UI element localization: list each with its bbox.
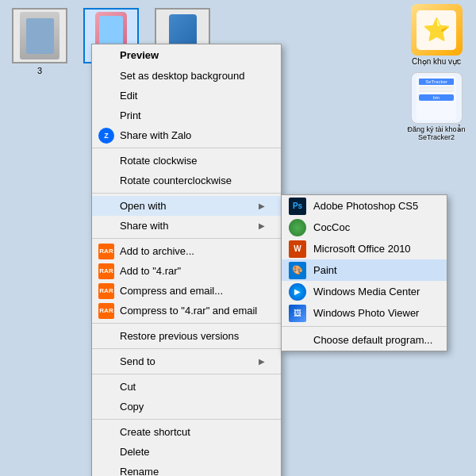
menu-item-cut[interactable]: Cut (92, 377, 281, 397)
menu-item-rename[interactable]: Rename (92, 462, 281, 476)
menu-item-edit[interactable]: Edit (92, 86, 281, 106)
paint-icon: 🎨 (288, 261, 307, 280)
submenu-item-choose-default[interactable]: Choose default program... (282, 329, 447, 351)
menu-item-rotate-ccw[interactable]: Rotate counterclockwise (92, 171, 281, 190)
thumbnail-box (12, 8, 67, 63)
submenu-item-wmc[interactable]: ▶ Windows Media Center (282, 281, 447, 302)
separator (282, 326, 447, 327)
separator (92, 193, 281, 194)
separator (92, 148, 281, 148)
submenu-item-office[interactable]: W Microsoft Office 2010 (282, 238, 447, 259)
menu-item-open-with[interactable]: Open with ▶ Ps Adobe Photoshop CS5 CocCo… (92, 196, 281, 216)
app-icon-box: ⭐ (411, 4, 463, 56)
menu-item-set-desktop[interactable]: Set as desktop background (92, 66, 281, 86)
submenu-arrow-icon: ▶ (259, 221, 265, 230)
menu-item-copy[interactable]: Copy (92, 397, 281, 416)
menu-item-create-shortcut[interactable]: Create shortcut (92, 422, 281, 442)
app-icon-item[interactable]: ⭐ Chọn khu vực (401, 4, 472, 66)
app-icon-item[interactable]: SeTracker btn Đăng ký tài khoản SeTracke… (401, 72, 472, 141)
menu-item-print[interactable]: Print (92, 106, 281, 125)
thumbnail-item[interactable]: 3 (8, 8, 71, 75)
separator (92, 323, 281, 324)
app-icon-label: Đăng ký tài khoản SeTracker2 (401, 125, 472, 141)
context-menu: Preview Set as desktop background Edit P… (91, 44, 282, 476)
rar-icon-3: RAR (98, 283, 114, 299)
separator (92, 238, 281, 239)
menu-item-add-4rar[interactable]: RAR Add to "4.rar" (92, 261, 281, 281)
menu-item-delete[interactable]: Delete (92, 442, 281, 462)
menu-item-restore[interactable]: Restore previous versions (92, 326, 281, 346)
menu-item-share-zalo[interactable]: Z Share with Zalo (92, 125, 281, 145)
menu-item-preview[interactable]: Preview (92, 44, 281, 66)
submenu-item-paint[interactable]: 🎨 Paint (282, 259, 447, 281)
photoshop-icon: Ps (288, 197, 307, 216)
menu-item-compress-email[interactable]: RAR Compress and email... (92, 281, 281, 301)
submenu-item-coccoc[interactable]: CocCoc (282, 217, 447, 238)
app-icon-box: SeTracker btn (411, 72, 463, 124)
app-icons-area: ⭐ Chọn khu vực SeTracker btn Đăng ký tài… (401, 4, 472, 141)
separator (92, 348, 281, 349)
wmc-icon: ▶ (288, 282, 307, 301)
separator (92, 419, 281, 420)
submenu-item-wpv[interactable]: 🖼 Windows Photo Viewer (282, 302, 447, 324)
submenu-open-with: Ps Adobe Photoshop CS5 CocCoc W Microsof… (281, 194, 447, 351)
wpv-icon: 🖼 (288, 304, 307, 323)
desktop: 3 4 ed ⭐ Chọn khu vực (0, 0, 476, 476)
menu-item-send-to[interactable]: Send to ▶ (92, 351, 281, 371)
rar-icon: RAR (98, 244, 114, 259)
submenu-arrow-icon: ▶ (259, 357, 265, 366)
rar-icon-4: RAR (98, 303, 114, 319)
submenu-item-photoshop[interactable]: Ps Adobe Photoshop CS5 (282, 195, 447, 217)
menu-item-rotate-cw[interactable]: Rotate clockwise (92, 151, 281, 171)
coccoc-icon (288, 218, 307, 237)
thumbnail-label: 3 (37, 66, 42, 75)
office-icon: W (288, 240, 307, 259)
menu-item-add-archive[interactable]: RAR Add to archive... (92, 241, 281, 261)
app-icon-label: Chọn khu vực (412, 57, 461, 66)
menu-item-compress-4rar-email[interactable]: RAR Compress to "4.rar" and email (92, 301, 281, 321)
separator (92, 374, 281, 374)
submenu-arrow-icon: ▶ (259, 202, 265, 210)
rar-icon-2: RAR (98, 263, 114, 279)
menu-item-share-with[interactable]: Share with ▶ (92, 216, 281, 236)
zalo-icon: Z (98, 128, 114, 144)
